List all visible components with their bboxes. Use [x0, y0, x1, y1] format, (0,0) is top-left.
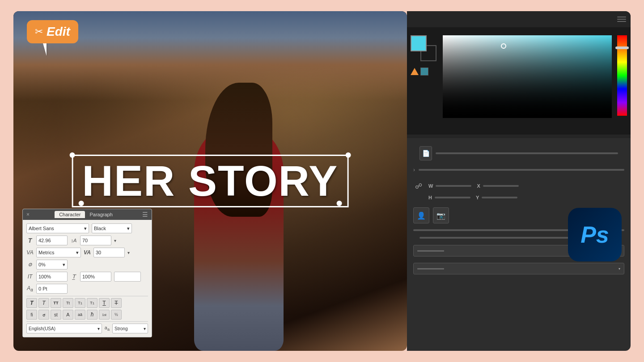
- image-btn-1[interactable]: 👤: [413, 207, 429, 223]
- footer-row: English(USA) ▾ aa Strong ▾: [26, 324, 148, 333]
- ps-logo-text: Ps: [580, 221, 609, 248]
- scissors-icon: ✂: [35, 26, 43, 38]
- text-color-swatch[interactable]: [114, 272, 141, 282]
- color-swatches[interactable]: [411, 35, 437, 62]
- scaling-icon: ⚙: [26, 262, 34, 268]
- foreground-swatch[interactable]: [411, 35, 427, 51]
- w-input-bar[interactable]: [436, 185, 471, 187]
- horizontal-scale-input[interactable]: 100%: [80, 272, 111, 282]
- color-picker-area[interactable]: [407, 27, 631, 135]
- smallcaps-btn[interactable]: Tt: [63, 298, 73, 308]
- character-panel-header: × Character Paragraph ☰: [23, 209, 152, 220]
- tracking-row: VA Metrics ▾ VA 30 ▾: [26, 248, 148, 257]
- ligature-btn[interactable]: fi: [26, 310, 37, 320]
- canvas-title-text: HER STORY: [82, 157, 339, 205]
- fractions-btn[interactable]: ½: [111, 310, 122, 320]
- color-picker-handle[interactable]: [501, 43, 506, 49]
- person-head: [219, 92, 259, 136]
- image-btn-2[interactable]: 📷: [433, 207, 449, 223]
- underline-btn[interactable]: T: [99, 298, 110, 308]
- leading-input[interactable]: 70: [80, 236, 111, 245]
- warning-triangle-icon: [411, 68, 419, 75]
- link-icon[interactable]: ☍: [413, 179, 424, 193]
- character-panel: × Character Paragraph ☰ Albert Sans ▾ Bl…: [22, 209, 152, 337]
- ordinal-btn[interactable]: ơ: [38, 310, 49, 320]
- panel-separator: [407, 135, 631, 138]
- anti-alias-select[interactable]: Strong ▾: [112, 324, 148, 333]
- x-input-bar[interactable]: [483, 185, 519, 187]
- horizontal-scale-icon: T̲: [70, 274, 77, 280]
- bold-btn[interactable]: T: [26, 298, 37, 308]
- right-panel: 📄 › ☍ W: [407, 11, 631, 351]
- color-gradient-picker[interactable]: [443, 35, 612, 118]
- color-spectrum-bar[interactable]: [617, 35, 627, 116]
- dropdown-2-arrow: ▾: [619, 267, 620, 271]
- panel-top-bar: [407, 11, 631, 27]
- panel-icon-row: 📄: [413, 143, 624, 163]
- italic2-btn[interactable]: ħ: [87, 310, 97, 320]
- text-selection-box: HER STORY: [72, 155, 349, 207]
- font-family-select[interactable]: Albert Sans ▾: [26, 223, 89, 233]
- dropdown-2[interactable]: ▾: [413, 263, 624, 274]
- language-select[interactable]: English(USA) ▾: [26, 324, 102, 333]
- tab-paragraph[interactable]: Paragraph: [85, 211, 117, 218]
- x-label: X: [477, 183, 480, 189]
- dimensions-section: ☍ W X: [413, 179, 624, 200]
- edit-label: Edit: [47, 25, 70, 39]
- chevron-down-icon[interactable]: ›: [413, 167, 415, 173]
- person-figure: [167, 83, 310, 351]
- kerning-icon: VA: [84, 249, 91, 256]
- superscript-btn[interactable]: T1: [75, 298, 85, 308]
- y-label: Y: [476, 195, 479, 200]
- typo-buttons-row-2: fi ơ st A aā ħ 1st ½: [26, 310, 148, 320]
- scaling-row: ⚙ 0% ▾: [26, 260, 148, 269]
- tracking-select[interactable]: Metrics ▾: [36, 248, 81, 257]
- h-label: H: [428, 195, 432, 200]
- leading-icon: ↕A: [70, 238, 77, 243]
- font-size-icon: T: [26, 237, 34, 244]
- subscript-btn[interactable]: T1: [87, 298, 97, 308]
- panel-close-button[interactable]: ×: [26, 211, 30, 218]
- character-panel-tabs: Character Paragraph: [55, 211, 117, 218]
- font-row: Albert Sans ▾ Black ▾: [26, 223, 148, 233]
- size-leading-row: T 42.96 ↕A 70 ▾: [26, 236, 148, 245]
- font-size-input[interactable]: 42.96: [36, 236, 68, 245]
- main-container: ✂ Edit HER STORY: [13, 11, 631, 351]
- swash-btn[interactable]: st: [51, 310, 61, 320]
- spectrum-handle[interactable]: [615, 46, 629, 49]
- vertical-scale-icon: IT: [26, 274, 34, 280]
- ps-logo: Ps: [568, 208, 622, 261]
- y-input-bar[interactable]: [482, 197, 517, 198]
- baseline-shift-icon: Aa: [26, 285, 34, 292]
- her-story-text-container[interactable]: HER STORY: [72, 155, 349, 207]
- baseline-shift-input[interactable]: 0 Pt: [36, 284, 68, 294]
- scale-color-row: IT 100% T̲ 100%: [26, 272, 148, 282]
- hamburger-menu-icon[interactable]: [617, 17, 626, 22]
- small-color-swatch: [420, 67, 428, 76]
- titling-btn[interactable]: aā: [75, 310, 85, 320]
- ordinal2-btn[interactable]: 1st: [99, 310, 110, 320]
- vertical-scale-input[interactable]: 100%: [36, 272, 68, 282]
- h-input-bar[interactable]: [435, 197, 470, 198]
- dropdown-row-2: ▾: [413, 263, 624, 274]
- tracking-icon: VA: [26, 249, 34, 256]
- collapsed-section-bar: [419, 169, 624, 171]
- italic-btn[interactable]: T: [38, 298, 49, 308]
- strikethrough-btn[interactable]: T: [111, 298, 122, 308]
- baseline-row: Aa 0 Pt: [26, 284, 148, 294]
- panel-menu-icon[interactable]: ☰: [142, 211, 148, 218]
- font-weight-select[interactable]: Black ▾: [92, 223, 132, 233]
- char-separator-2: [26, 321, 148, 322]
- kerning-input[interactable]: 30: [93, 248, 125, 257]
- oldstyle-btn[interactable]: A: [63, 310, 73, 320]
- edit-badge[interactable]: ✂ Edit: [27, 20, 78, 43]
- scaling-select[interactable]: 0% ▾: [36, 260, 68, 269]
- tab-character[interactable]: Character: [55, 211, 85, 218]
- allcaps-btn[interactable]: TT: [51, 298, 61, 308]
- char-separator-1: [26, 296, 148, 296]
- warning-icons: [411, 67, 437, 76]
- document-icon[interactable]: 📄: [419, 146, 432, 160]
- text-inner: HER STORY: [82, 160, 339, 202]
- character-panel-body: Albert Sans ▾ Black ▾ T 42.96 ↕A 70 ▾: [23, 220, 152, 337]
- expand-bar: [436, 152, 618, 154]
